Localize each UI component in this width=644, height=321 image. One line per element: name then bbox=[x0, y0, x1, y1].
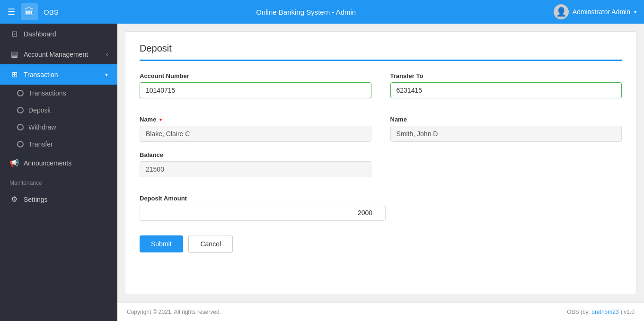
content-area: Deposit Account Number Transfer To Name bbox=[117, 24, 644, 321]
form-row-names: Name ● Name bbox=[140, 116, 622, 142]
account-management-arrow-icon: ‹ bbox=[106, 51, 108, 58]
maintenance-section-label: Maintenance bbox=[0, 173, 117, 189]
sidebar-item-withdraw[interactable]: Withdraw bbox=[0, 119, 117, 136]
name-right-input bbox=[390, 126, 622, 142]
divider-1 bbox=[140, 108, 622, 108]
withdraw-circle-icon bbox=[17, 124, 24, 130]
user-menu-caret-icon: ▾ bbox=[634, 9, 636, 15]
hamburger-icon[interactable]: ☰ bbox=[8, 7, 15, 17]
name-left-input bbox=[140, 126, 371, 142]
avatar: 👤 bbox=[554, 4, 569, 19]
sidebar-item-deposit[interactable]: Deposit bbox=[0, 102, 117, 119]
submit-button[interactable]: Submit bbox=[140, 235, 183, 252]
sidebar-item-transfer[interactable]: Transfer bbox=[0, 136, 117, 153]
balance-group: Balance bbox=[140, 151, 371, 177]
navbar-title: Online Banking System - Admin bbox=[256, 8, 356, 16]
sidebar-item-transactions[interactable]: Transactions bbox=[0, 85, 117, 102]
divider-2 bbox=[140, 187, 622, 187]
account-number-input[interactable] bbox=[140, 82, 371, 98]
deposit-circle-icon bbox=[17, 107, 24, 113]
settings-icon: ⚙ bbox=[9, 195, 19, 204]
sidebar-item-account-management[interactable]: ▤ Account Management ‹ bbox=[0, 44, 117, 64]
name-left-group: Name ● bbox=[140, 116, 371, 142]
sidebar-item-announcements[interactable]: 📢 Announcements bbox=[0, 153, 117, 173]
announcements-icon: 📢 bbox=[9, 158, 19, 167]
sidebar: ⊡ Dashboard ▤ Account Management ‹ ⊞ Tra… bbox=[0, 24, 117, 321]
app-logo: 🏛 bbox=[21, 3, 38, 20]
balance-input bbox=[140, 161, 371, 177]
balance-right-placeholder bbox=[390, 151, 622, 177]
navbar-left: ☰ 🏛 OBS bbox=[8, 3, 59, 20]
deposit-amount-group: Deposit Amount bbox=[140, 195, 386, 221]
footer-copyright: Copyright © 2021. All rights reserved. bbox=[127, 309, 221, 315]
balance-label: Balance bbox=[140, 151, 371, 158]
deposit-amount-input[interactable] bbox=[140, 205, 386, 221]
name-right-group: Name bbox=[390, 116, 622, 142]
form-actions: Submit Cancel bbox=[140, 235, 622, 253]
transactions-circle-icon bbox=[17, 90, 24, 96]
account-management-icon: ▤ bbox=[9, 50, 19, 59]
form-row-accounts: Account Number Transfer To bbox=[140, 72, 622, 98]
user-menu[interactable]: 👤 Adminstrator Admin ▾ bbox=[554, 4, 636, 19]
required-dot: ● bbox=[159, 117, 162, 122]
form-row-balance: Balance bbox=[140, 151, 622, 177]
cancel-button[interactable]: Cancel bbox=[188, 235, 233, 253]
transfer-to-group: Transfer To bbox=[390, 72, 622, 98]
username-label: Adminstrator Admin bbox=[573, 8, 630, 16]
name-right-label: Name bbox=[390, 116, 622, 123]
footer: Copyright © 2021. All rights reserved. O… bbox=[117, 303, 644, 321]
deposit-amount-label: Deposit Amount bbox=[140, 195, 386, 202]
account-number-group: Account Number bbox=[140, 72, 371, 98]
sidebar-item-settings[interactable]: ⚙ Settings bbox=[0, 189, 117, 209]
navbar: ☰ 🏛 OBS Online Banking System - Admin 👤 … bbox=[0, 0, 644, 24]
transaction-icon: ⊞ bbox=[9, 70, 19, 79]
sidebar-item-transaction[interactable]: ⊞ Transaction ▾ bbox=[0, 64, 117, 85]
footer-credit: OBS (by: oretnom23 ) v1.0 bbox=[567, 309, 635, 315]
app-name: OBS bbox=[44, 8, 59, 16]
deposit-card: Deposit Account Number Transfer To Name bbox=[125, 31, 636, 295]
footer-credit-link[interactable]: oretnom23 bbox=[591, 309, 618, 315]
main-wrapper: ⊡ Dashboard ▤ Account Management ‹ ⊞ Tra… bbox=[0, 24, 644, 321]
sidebar-item-dashboard[interactable]: ⊡ Dashboard bbox=[0, 24, 117, 44]
page-title: Deposit bbox=[140, 43, 622, 61]
transfer-to-input[interactable] bbox=[390, 82, 622, 98]
account-number-label: Account Number bbox=[140, 72, 371, 79]
transfer-circle-icon bbox=[17, 141, 24, 147]
dashboard-icon: ⊡ bbox=[9, 29, 19, 38]
transfer-to-label: Transfer To bbox=[390, 72, 622, 79]
name-left-label: Name ● bbox=[140, 116, 371, 123]
transaction-arrow-icon: ▾ bbox=[105, 71, 108, 78]
